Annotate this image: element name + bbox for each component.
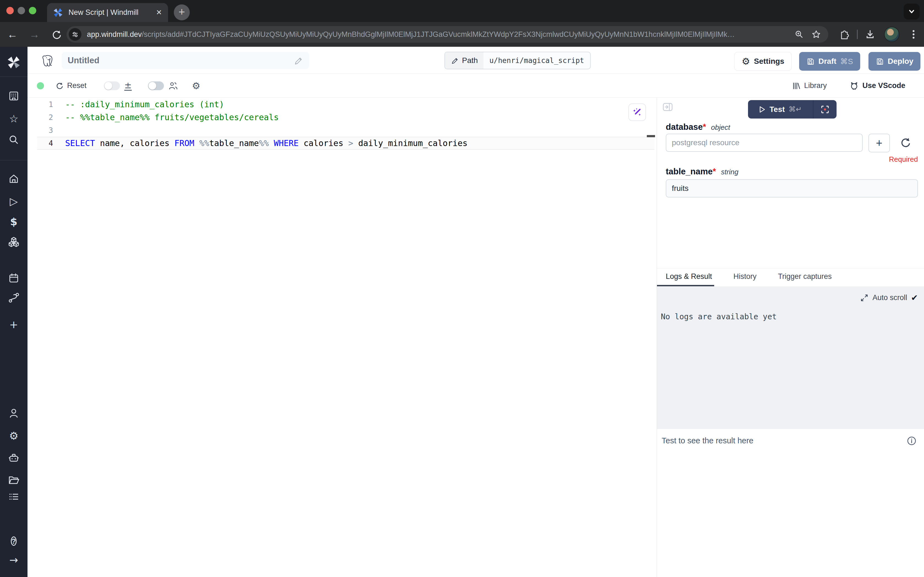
save-floppy-icon xyxy=(806,57,815,66)
windmill-favicon-icon xyxy=(53,8,63,18)
postgresql-elephant-icon xyxy=(41,54,55,67)
code-line[interactable]: 1-- :daily_minimum_calories (int) xyxy=(27,98,657,111)
add-resource-button[interactable]: + xyxy=(868,134,890,152)
play-icon xyxy=(759,106,766,113)
workspace-building-icon[interactable] xyxy=(8,90,19,102)
download-icon[interactable] xyxy=(864,28,876,40)
variables-dollar-icon[interactable]: $ xyxy=(10,216,17,227)
settings-button[interactable]: ⚙ Settings xyxy=(734,52,792,71)
code-line[interactable]: 3 xyxy=(27,124,657,137)
help-icon[interactable]: ? xyxy=(11,537,16,546)
field-name: table_name xyxy=(666,167,713,176)
field-label-database: database* object xyxy=(666,122,730,132)
windmill-logo-icon[interactable] xyxy=(6,55,21,69)
library-button[interactable]: Library xyxy=(792,81,827,90)
collab-toggle[interactable] xyxy=(148,81,164,90)
edit-pencil-icon[interactable] xyxy=(293,56,303,66)
database-resource-input[interactable] xyxy=(666,134,863,152)
code-editor[interactable]: 1-- :daily_minimum_calories (int)2-- %%t… xyxy=(27,98,657,577)
traffic-light-zoom[interactable] xyxy=(29,7,36,14)
runs-play-icon[interactable]: ▷ xyxy=(10,196,18,206)
tab-history[interactable]: History xyxy=(733,272,757,281)
back-arrow-icon[interactable]: ← xyxy=(7,29,18,40)
routes-icon[interactable] xyxy=(8,292,20,304)
site-info-tune-icon[interactable] xyxy=(69,28,81,41)
table-name-input[interactable] xyxy=(666,179,918,197)
refresh-resources-icon[interactable] xyxy=(899,136,912,149)
path-button[interactable]: Path u/henri/magical_script xyxy=(444,52,591,69)
home-icon[interactable] xyxy=(8,173,19,184)
reload-icon[interactable] xyxy=(51,29,62,40)
traffic-light-close[interactable] xyxy=(6,7,14,14)
screen: New Script | Windmill ✕ + ← → app.windmi… xyxy=(0,0,924,577)
extensions-puzzle-icon[interactable] xyxy=(838,28,850,40)
user-icon[interactable] xyxy=(8,407,19,419)
audit-list-icon[interactable] xyxy=(8,491,20,503)
draft-label: Draft xyxy=(818,57,836,66)
url-bar[interactable]: app.windmill.dev/scripts/add#JTdCJTIyaGF… xyxy=(66,26,828,43)
add-plus-icon[interactable]: + xyxy=(10,319,18,330)
chevron-down-icon xyxy=(907,7,916,16)
browser-tab[interactable]: New Script | Windmill ✕ xyxy=(47,3,168,22)
editor-settings-gear-icon[interactable]: ⚙ xyxy=(192,80,200,91)
run-panel: Test ⌘↵ database* xyxy=(657,98,924,577)
diff-mode-toggle[interactable] xyxy=(104,81,120,90)
resources-cubes-icon[interactable] xyxy=(8,236,20,248)
editor-toolbar: Reset ± ⚙ Library Use VScode xyxy=(27,74,924,98)
library-icon xyxy=(792,81,801,90)
capture-test-button[interactable] xyxy=(813,100,837,119)
favorites-star-icon[interactable]: ☆ xyxy=(9,114,18,124)
deploy-button[interactable]: Deploy xyxy=(868,52,921,71)
tab-title: New Script | Windmill xyxy=(68,8,153,17)
overview-ruler-cursor-mark xyxy=(647,135,655,137)
result-placeholder: Test to see the result here xyxy=(662,436,753,445)
auto-scroll-label: Auto scroll xyxy=(872,293,907,302)
line-number: 2 xyxy=(27,113,65,122)
schedules-calendar-icon[interactable] xyxy=(8,272,19,284)
field-type: string xyxy=(721,168,739,176)
settings-gear-icon[interactable]: ⚙ xyxy=(9,431,18,441)
draft-button[interactable]: Draft ⌘S xyxy=(799,52,860,71)
panel-collapse-icon[interactable] xyxy=(662,102,673,113)
code-line[interactable]: 2-- %%table_name%% fruits/vegetables/cer… xyxy=(27,111,657,124)
app-sidebar: ☆ ▷ $ + ⚙ xyxy=(0,47,27,577)
reset-label: Reset xyxy=(67,81,87,90)
code-line[interactable]: 4SELECT name, calories FROM %%table_name… xyxy=(27,137,657,150)
script-title-input[interactable]: Untitled xyxy=(61,52,309,69)
menu-dots-icon[interactable] xyxy=(908,28,919,40)
deploy-label: Deploy xyxy=(888,57,913,66)
search-icon[interactable] xyxy=(8,134,19,145)
save-floppy-icon xyxy=(876,57,884,66)
reset-button[interactable]: Reset xyxy=(55,81,87,90)
folders-icon[interactable] xyxy=(8,474,20,486)
expand-arrows-icon xyxy=(860,293,869,302)
settings-label: Settings xyxy=(754,57,784,66)
tab-close-icon[interactable]: ✕ xyxy=(156,8,162,17)
toolbar-divider xyxy=(857,30,858,39)
zoom-in-icon[interactable] xyxy=(794,29,804,39)
profile-avatar[interactable] xyxy=(884,27,900,42)
test-label: Test xyxy=(769,105,785,114)
result-panel: Test to see the result here xyxy=(657,429,924,577)
path-label: Path xyxy=(462,56,478,65)
code-lines[interactable]: 1-- :daily_minimum_calories (int)2-- %%t… xyxy=(27,98,657,150)
github-cat-icon xyxy=(849,81,859,91)
tab-trigger-captures[interactable]: Trigger captures xyxy=(778,272,832,281)
active-tab-underline xyxy=(657,285,714,286)
info-icon[interactable] xyxy=(906,436,917,446)
tab-search-button[interactable] xyxy=(904,3,919,19)
auto-scroll-control[interactable]: Auto scroll ✔ xyxy=(860,293,918,303)
bookmark-star-icon[interactable] xyxy=(811,29,821,39)
use-vscode-button[interactable]: Use VScode xyxy=(849,81,905,91)
draft-shortcut: ⌘S xyxy=(840,57,853,66)
library-label: Library xyxy=(804,81,827,90)
sidebar-expand-arrow-icon[interactable]: → xyxy=(10,555,18,565)
workers-robot-icon[interactable] xyxy=(8,452,20,464)
test-button[interactable]: Test ⌘↵ xyxy=(748,100,813,119)
traffic-light-minimize[interactable] xyxy=(18,7,25,14)
new-tab-button[interactable]: + xyxy=(174,5,190,20)
tab-logs-result[interactable]: Logs & Result xyxy=(666,272,712,281)
forward-arrow-icon[interactable]: → xyxy=(29,29,40,40)
url-text[interactable]: app.windmill.dev/scripts/add#JTdCJTIyaGF… xyxy=(87,30,794,39)
ai-assistant-button[interactable] xyxy=(628,103,646,121)
